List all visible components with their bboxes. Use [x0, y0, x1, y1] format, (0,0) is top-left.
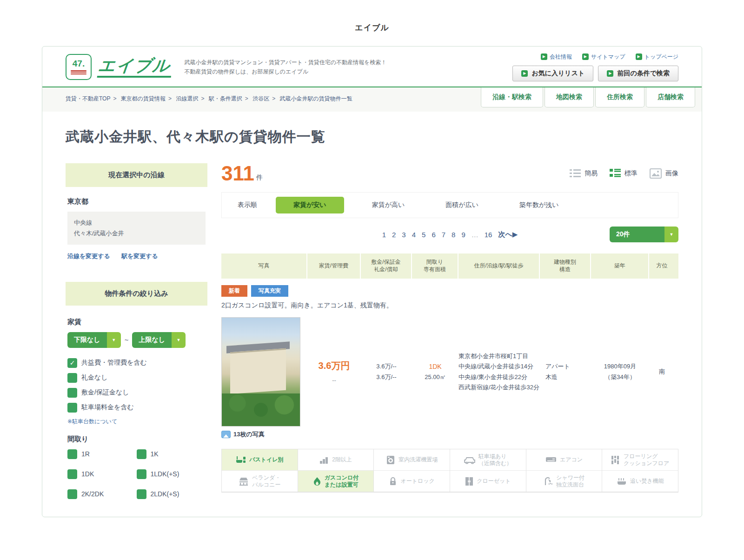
page-8[interactable]: 8 — [452, 231, 455, 239]
view-mode-simple[interactable]: 簡易 — [570, 168, 598, 179]
arrow-icon: ▶ — [541, 53, 547, 60]
col-direction: 方位 — [649, 253, 675, 279]
deposit-cell: 3.6万/-- 3.6万/-- — [361, 361, 412, 382]
feature-second-floor-plus: 2階以上 — [298, 449, 374, 471]
site-logo[interactable]: エイブル — [97, 56, 173, 78]
sort-rent-desc[interactable]: 家賃が高い — [372, 201, 405, 209]
col-year: 築年 — [591, 253, 649, 279]
breadcrumb-item[interactable]: 東京都の賃貸情報 — [121, 95, 166, 102]
tab-line-station-search[interactable]: 沿線・駅検索 — [481, 87, 543, 107]
top-page-link[interactable]: ▶トップページ — [636, 53, 678, 61]
view-mode-standard[interactable]: 標準 — [610, 168, 638, 179]
change-station-link[interactable]: 駅を変更する — [121, 252, 158, 260]
last-search-button[interactable]: ▶前回の条件で検索 — [598, 66, 678, 81]
checkbox-icon — [67, 489, 77, 499]
anniversary-decoration — [71, 69, 86, 75]
col-rent: 家賃/管理費 — [307, 253, 361, 279]
feature-flooring: フローリングクッションフロア — [602, 449, 678, 471]
property-photo[interactable] — [221, 317, 300, 427]
stairs-icon — [319, 455, 329, 465]
photo-count-link[interactable]: 13枚の写真 — [221, 430, 678, 439]
checkbox-include-fees[interactable]: ✓ 共益費・管理費を含む — [67, 358, 206, 368]
sitemap-link[interactable]: ▶サイトマップ — [582, 53, 625, 61]
feature-autolock: オートロック — [374, 471, 450, 492]
layout-type: 1DK — [412, 361, 458, 373]
breadcrumb-item-current: 武蔵小金井駅の賃貸物件一覧 — [280, 95, 352, 102]
filter-header: 物件条件の絞り込み — [66, 282, 207, 306]
chevron-down-icon: ▼ — [107, 332, 121, 348]
breadcrumb-item[interactable]: 沿線選択 — [176, 95, 198, 102]
tab-map-search[interactable]: 地図検索 — [545, 87, 594, 107]
breadcrumb-item[interactable]: 駅・条件選択 — [209, 95, 242, 102]
tagline-1: 武蔵小金井駅の賃貸マンション・賃貸アパート・賃貸住宅の不動産情報を検索！ — [184, 58, 386, 67]
checkbox-1r[interactable]: 1R — [67, 449, 137, 459]
change-line-link[interactable]: 沿線を変更する — [67, 252, 110, 260]
structure: 木造 — [545, 372, 591, 382]
page-1[interactable]: 1 — [382, 231, 386, 239]
checkbox-2ldk[interactable]: 2LDK(+S) — [137, 489, 206, 499]
page-7[interactable]: 7 — [442, 231, 445, 239]
sort-bar: 表示順 家賃が安い 家賃が高い 面積が広い 築年数が浅い — [221, 192, 678, 218]
tab-address-search[interactable]: 住所検索 — [595, 87, 644, 107]
checkbox-1dk[interactable]: 1DK — [67, 469, 137, 479]
checkbox-no-key-money[interactable]: 礼金なし — [67, 373, 206, 383]
per-page-dropdown[interactable]: 20件 ▼ — [610, 227, 678, 242]
list-simple-icon — [570, 168, 581, 179]
company-info-link[interactable]: ▶会社情報 — [541, 53, 572, 61]
favorites-button[interactable]: ▶お気に入りリスト — [512, 66, 593, 81]
tab-shop-search[interactable]: 店舗検索 — [646, 87, 695, 107]
feature-reheating-bath: 追い焚き機能 — [602, 471, 678, 492]
built-age: （築34年） — [591, 372, 649, 382]
checkbox-icon — [137, 489, 146, 499]
page-3[interactable]: 3 — [402, 231, 405, 239]
selected-line: 中央線 — [74, 217, 199, 228]
view-mode-image[interactable]: 画像 — [650, 168, 678, 179]
page-9[interactable]: 9 — [461, 231, 465, 239]
page-16[interactable]: 16 — [485, 231, 492, 239]
car-icon — [464, 455, 475, 465]
rent-price: 3.6万円 — [307, 358, 361, 373]
built-date: 1980年09月 — [591, 361, 649, 372]
col-deposit: 敷金/保証金礼金/償却 — [361, 253, 412, 279]
sort-rent-asc[interactable]: 家賃が安い — [276, 197, 344, 213]
lock-icon — [389, 477, 397, 486]
site-header: 47. エイブル 武蔵小金井駅の賃貸マンション・賃貸アパート・賃貸住宅の不動産情… — [42, 47, 702, 87]
checkbox-no-deposit[interactable]: 敷金/保証金なし — [67, 388, 206, 398]
rent-min-dropdown[interactable]: 下限なし ▼ — [67, 332, 121, 348]
washing-machine-icon — [386, 455, 395, 465]
checkbox-1ldk[interactable]: 1LDK(+S) — [137, 469, 206, 479]
page-heading: 武蔵小金井駅、代々木駅の賃貸物件一覧 — [42, 112, 702, 160]
arrow-icon: ▶ — [521, 70, 528, 77]
sort-age-asc[interactable]: 築年数が浅い — [519, 201, 559, 209]
sort-area-desc[interactable]: 面積が広い — [445, 201, 478, 209]
breadcrumb-item[interactable]: 賃貸・不動産TOP — [66, 95, 110, 102]
arrow-icon: ▶ — [582, 53, 589, 60]
management-fee: -- — [307, 375, 361, 386]
bathtub-icon — [617, 477, 627, 486]
breadcrumb-item[interactable]: 渋谷区 — [252, 95, 269, 102]
feature-aircon: エアコン — [526, 449, 603, 471]
rent-max-dropdown[interactable]: 上限なし ▼ — [132, 332, 186, 348]
col-address: 住所/沿線/駅/駅徒歩 — [458, 253, 540, 279]
checkbox-icon — [67, 403, 77, 413]
col-photo: 写真 — [221, 253, 307, 279]
listing-row: 新着 写真充実 2口ガスコンロ設置可。南向き。エアコン1基、残置物有。 3.6万… — [221, 285, 678, 493]
checkbox-icon — [137, 449, 146, 459]
sidebar: 現在選択中の沿線 東京都 中央線 代々木/武蔵小金井 沿線を変更する 駅を変更す… — [66, 163, 207, 509]
anniversary-badge: 47. — [66, 54, 92, 80]
parking-note-link[interactable]: ※駐車台数について — [67, 418, 206, 426]
page-5[interactable]: 5 — [422, 231, 425, 239]
result-count-unit: 件 — [256, 173, 263, 184]
checkbox-include-parking[interactable]: 駐車場料金を含む — [67, 403, 206, 413]
page-4[interactable]: 4 — [412, 231, 416, 239]
next-page-button[interactable]: 次へ▶ — [498, 230, 518, 239]
page-2[interactable]: 2 — [392, 231, 396, 239]
checkbox-2k2dk[interactable]: 2K/2DK — [67, 489, 137, 499]
page-6[interactable]: 6 — [432, 231, 435, 239]
shower-icon — [544, 477, 553, 486]
image-view-icon — [650, 168, 662, 179]
pagination-ellipsis: … — [472, 231, 478, 239]
feature-grid: バストイレ別 2階以上 室内洗濯機置場 駐車場あり（近隣含む） — [221, 449, 678, 493]
checkbox-1k[interactable]: 1K — [137, 449, 206, 459]
checkbox-icon — [67, 373, 77, 383]
